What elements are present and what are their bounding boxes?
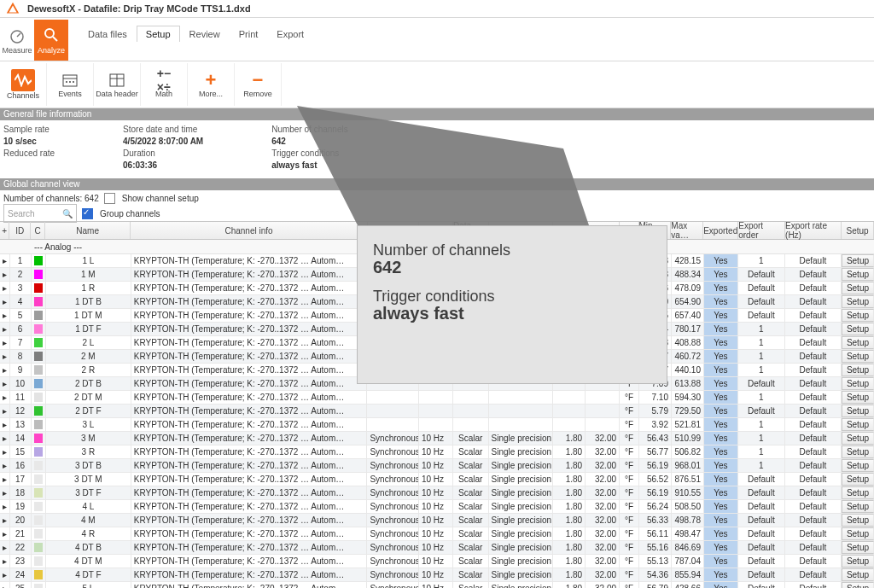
hdr-er[interactable]: Export rate (Hz) bbox=[785, 222, 842, 239]
hdr-rate[interactable] bbox=[419, 222, 453, 239]
hdr-id[interactable]: ID bbox=[9, 222, 31, 239]
main-tabs: Data filesSetupReviewPrintExport bbox=[79, 23, 313, 42]
group-channels-label: Group channels bbox=[100, 209, 160, 218]
table-row[interactable]: ▸31 RKRYPTON-TH (Temperature; K: -270..1… bbox=[0, 282, 874, 295]
remove-button[interactable]: − Remove bbox=[235, 63, 282, 106]
svg-point-9 bbox=[69, 81, 71, 83]
color-swatch bbox=[34, 420, 43, 429]
color-swatch bbox=[34, 270, 43, 279]
table-row[interactable]: ▸61 DT FKRYPTON-TH (Temperature; K: -270… bbox=[0, 323, 874, 336]
group-channels-checkbox[interactable] bbox=[82, 208, 93, 219]
tab-data-files[interactable]: Data files bbox=[79, 26, 137, 42]
search-input[interactable]: Search 🔍 bbox=[3, 204, 77, 223]
hdr-ds[interactable]: Data structure bbox=[453, 222, 489, 239]
search-placeholder: Search bbox=[8, 209, 62, 218]
color-swatch bbox=[34, 297, 43, 306]
tab-setup[interactable]: Setup bbox=[137, 26, 180, 42]
color-swatch bbox=[34, 379, 43, 388]
table-row[interactable]: ▸112 DT MKRYPTON-TH (Temperature; K: -27… bbox=[0, 391, 874, 405]
color-swatch bbox=[34, 488, 43, 498]
gauge-icon bbox=[8, 26, 26, 44]
table-row[interactable]: ▸173 DT MKRYPTON-TH (Temperature; K: -27… bbox=[0, 473, 874, 486]
table-row[interactable]: ▸133 LKRYPTON-TH (Temperature; K: -270..… bbox=[0, 418, 874, 432]
math-icon: +−×÷ bbox=[154, 71, 174, 90]
app-logo-icon bbox=[5, 1, 20, 16]
waveform-icon bbox=[11, 69, 35, 91]
color-swatch bbox=[34, 570, 43, 579]
tab-export[interactable]: Export bbox=[267, 26, 313, 42]
color-swatch bbox=[34, 283, 43, 293]
table-row[interactable]: ▸224 DT BKRYPTON-TH (Temperature; K: -27… bbox=[0, 541, 874, 555]
svg-point-4 bbox=[45, 29, 54, 38]
hdr-min[interactable]: Min value bbox=[639, 222, 672, 239]
hdr-plus[interactable]: + bbox=[0, 222, 9, 239]
events-button[interactable]: Events bbox=[47, 63, 94, 106]
table-row[interactable]: ▸72 LKRYPTON-TH (Temperature; K: -270..1… bbox=[0, 336, 874, 350]
color-swatch bbox=[34, 474, 43, 484]
table-row[interactable]: ▸11 LKRYPTON-TH (Temperature; K: -270..1… bbox=[0, 254, 874, 268]
section-channel-view: Global channel view bbox=[0, 178, 874, 190]
table-row[interactable]: ▸82 MKRYPTON-TH (Temperature; K: -270..1… bbox=[0, 350, 874, 364]
measure-button[interactable]: Measure bbox=[0, 20, 34, 61]
grid-header: + ID C Name Channel info Data structure … bbox=[0, 221, 874, 240]
color-swatch bbox=[34, 338, 43, 347]
color-swatch bbox=[34, 434, 43, 443]
analyze-button[interactable]: Analyze bbox=[34, 20, 68, 61]
search-icon: 🔍 bbox=[62, 209, 73, 218]
hdr-eo[interactable]: Export order bbox=[738, 222, 785, 239]
table-row[interactable]: ▸51 DT MKRYPTON-TH (Temperature; K: -270… bbox=[0, 309, 874, 323]
table-row[interactable]: ▸143 MKRYPTON-TH (Temperature; K: -270..… bbox=[0, 432, 874, 445]
hdr-sync[interactable] bbox=[368, 222, 419, 239]
color-swatch bbox=[34, 529, 43, 539]
dataheader-button[interactable]: Data header bbox=[94, 63, 141, 106]
table-row[interactable]: ▸21 MKRYPTON-TH (Temperature; K: -270..1… bbox=[0, 268, 874, 282]
hdr-exp[interactable]: Exported bbox=[703, 222, 738, 239]
more-button[interactable]: + More... bbox=[188, 63, 235, 106]
table-row[interactable]: ▸255 LKRYPTON-TH (Temperature; K: -270..… bbox=[0, 582, 874, 588]
table-row[interactable]: ▸214 RKRYPTON-TH (Temperature; K: -270..… bbox=[0, 527, 874, 541]
tab-review[interactable]: Review bbox=[180, 26, 230, 42]
color-swatch bbox=[34, 365, 43, 375]
table-row[interactable]: ▸234 DT MKRYPTON-TH (Temperature; K: -27… bbox=[0, 555, 874, 568]
group-analog[interactable]: --- Analog --- bbox=[0, 240, 874, 254]
svg-point-10 bbox=[73, 81, 74, 83]
hdr-scale[interactable]: Scale bbox=[553, 222, 586, 239]
color-swatch bbox=[34, 406, 43, 416]
hdr-setup[interactable]: Setup bbox=[842, 222, 874, 239]
table-row[interactable]: ▸244 DT FKRYPTON-TH (Temperature; K: -27… bbox=[0, 568, 874, 582]
table-row[interactable]: ▸92 RKRYPTON-TH (Temperature; K: -270..1… bbox=[0, 364, 874, 377]
color-swatch bbox=[34, 256, 43, 265]
channels-button[interactable]: Channels bbox=[0, 63, 47, 106]
hdr-ci[interactable]: Channel info bbox=[131, 222, 368, 239]
svg-point-8 bbox=[66, 81, 67, 83]
svg-line-3 bbox=[17, 33, 20, 37]
svg-line-5 bbox=[53, 37, 57, 41]
hdr-unit[interactable]: Unit bbox=[620, 222, 639, 239]
color-swatch bbox=[34, 584, 43, 588]
plus-icon: + bbox=[201, 71, 221, 90]
table-row[interactable]: ▸194 LKRYPTON-TH (Temperature; K: -270..… bbox=[0, 500, 874, 514]
color-swatch bbox=[34, 556, 43, 566]
section-general-info: General file information bbox=[0, 108, 874, 120]
color-swatch bbox=[34, 515, 43, 525]
table-row[interactable]: ▸204 MKRYPTON-TH (Temperature; K: -270..… bbox=[0, 514, 874, 527]
table-row[interactable]: ▸122 DT FKRYPTON-TH (Temperature; K: -27… bbox=[0, 405, 874, 418]
number-of-channels-label: Number of channels: 642 bbox=[3, 194, 99, 203]
table-row[interactable]: ▸183 DT FKRYPTON-TH (Temperature; K: -27… bbox=[0, 486, 874, 500]
tab-print[interactable]: Print bbox=[230, 26, 268, 42]
color-swatch bbox=[34, 447, 43, 457]
hdr-max[interactable]: Max va… bbox=[671, 222, 703, 239]
table-row[interactable]: ▸153 RKRYPTON-TH (Temperature; K: -270..… bbox=[0, 445, 874, 459]
show-channel-setup-label: Show channel setup bbox=[122, 194, 199, 203]
hdr-dt[interactable]: Data type bbox=[489, 222, 554, 239]
hdr-c[interactable]: C bbox=[31, 222, 45, 239]
color-swatch bbox=[34, 543, 43, 552]
color-swatch bbox=[34, 393, 43, 402]
hdr-name[interactable]: Name bbox=[45, 222, 131, 239]
table-row[interactable]: ▸102 DT BKRYPTON-TH (Temperature; K: -27… bbox=[0, 377, 874, 391]
hdr-off[interactable]: Offset bbox=[586, 222, 620, 239]
table-row[interactable]: ▸41 DT BKRYPTON-TH (Temperature; K: -270… bbox=[0, 295, 874, 309]
show-channel-setup-checkbox[interactable] bbox=[104, 193, 115, 204]
table-row[interactable]: ▸163 DT BKRYPTON-TH (Temperature; K: -27… bbox=[0, 459, 874, 473]
math-button[interactable]: +−×÷ Math bbox=[141, 63, 188, 106]
